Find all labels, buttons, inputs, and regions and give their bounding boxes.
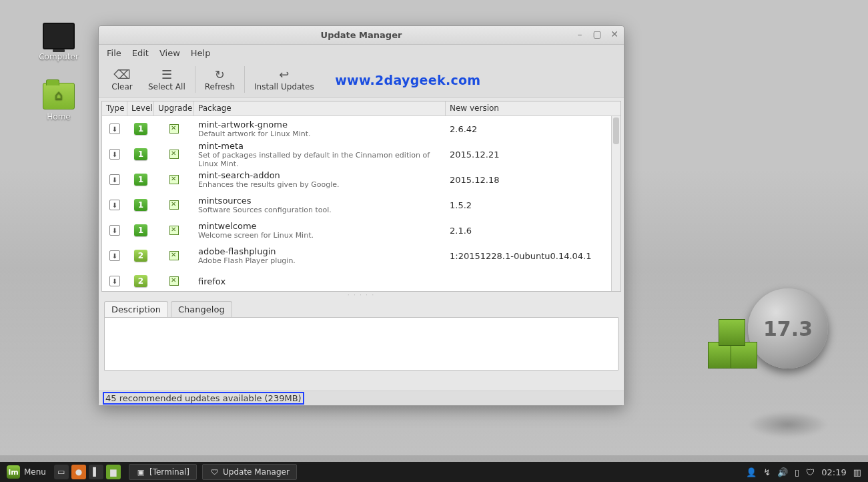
- status-text: 45 recommended updates available (239MB): [103, 392, 304, 405]
- package-type-icon: ⬇: [109, 200, 120, 210]
- description-panel: [104, 317, 618, 371]
- package-version: 2.1.6: [450, 226, 616, 236]
- taskbar-item-update-manager[interactable]: 🛡 Update Manager: [202, 464, 297, 480]
- level-badge: 1: [134, 148, 147, 160]
- files-launcher[interactable]: ▆: [106, 465, 121, 479]
- upgrade-checkbox[interactable]: [169, 276, 179, 286]
- package-version: 1.5.2: [450, 200, 616, 210]
- package-version: 2.6.42: [450, 124, 616, 134]
- scrollbar[interactable]: [611, 116, 620, 291]
- window-title: Update Manager: [321, 30, 402, 40]
- watermark-text: www.2daygeek.com: [335, 73, 480, 87]
- menubar: File Edit View Help: [99, 45, 624, 61]
- table-row[interactable]: ⬇1mint-metaSet of packages installed by …: [102, 142, 620, 167]
- table-row[interactable]: ⬇1mint-artwork-gnomeDefault artwork for …: [102, 116, 620, 142]
- minimize-button[interactable]: –: [574, 29, 585, 39]
- menu-edit[interactable]: Edit: [128, 47, 153, 59]
- col-level[interactable]: Level: [127, 101, 154, 115]
- package-name: mint-meta: [198, 141, 442, 151]
- package-type-icon: ⬇: [109, 124, 120, 134]
- level-badge: 1: [134, 199, 147, 211]
- col-upgrade[interactable]: Upgrade: [154, 101, 194, 115]
- menu-help[interactable]: Help: [187, 47, 215, 59]
- upgrade-checkbox[interactable]: [169, 200, 179, 210]
- package-name: adobe-flashplugin: [198, 246, 442, 256]
- upgrade-checkbox[interactable]: [169, 226, 179, 235]
- desktop-icon-computer[interactable]: Computer: [32, 23, 85, 61]
- table-row[interactable]: ⬇1mintwelcomeWelcome screen for Linux Mi…: [102, 218, 620, 243]
- package-name: mintwelcome: [198, 221, 442, 231]
- refresh-icon: ↻: [215, 67, 225, 82]
- maximize-button[interactable]: ▢: [592, 29, 602, 39]
- package-type-icon: ⬇: [109, 225, 120, 236]
- user-icon[interactable]: 👤: [746, 467, 757, 477]
- table-row[interactable]: ⬇2firefox: [102, 268, 620, 291]
- package-desc: Set of packages installed by default in …: [198, 151, 442, 168]
- titlebar[interactable]: Update Manager – ▢ ✕: [99, 26, 624, 45]
- scrollbar-thumb[interactable]: [613, 117, 619, 144]
- package-desc: Enhances the results given by Google.: [198, 180, 442, 189]
- toolbar: ⌫ Clear ☰ Select All ↻ Refresh ↩ Install…: [99, 61, 624, 98]
- clock[interactable]: 02:19: [821, 467, 846, 477]
- refresh-button[interactable]: ↻ Refresh: [198, 66, 242, 93]
- package-version: 2015.12.18: [450, 175, 616, 185]
- col-package[interactable]: Package: [194, 101, 446, 115]
- upgrade-checkbox[interactable]: [169, 150, 179, 159]
- terminal-icon: ▣: [136, 467, 145, 477]
- package-desc: Adobe Flash Player plugin.: [198, 256, 442, 265]
- terminal-launcher[interactable]: ▌: [89, 465, 103, 479]
- home-folder-icon: [43, 83, 75, 109]
- statusbar: 45 recommended updates available (239MB): [99, 391, 624, 405]
- tab-changelog[interactable]: Changelog: [171, 301, 232, 317]
- notifications-icon[interactable]: ▥: [853, 467, 861, 477]
- desktop-icon-label: Computer: [32, 52, 85, 61]
- desktop-icon-home[interactable]: Home: [32, 83, 85, 122]
- mint-logo-icon: lm: [7, 465, 20, 479]
- desktop-icon-label: Home: [32, 112, 85, 122]
- package-version: 2015.12.21: [450, 150, 616, 160]
- level-badge: 1: [134, 174, 147, 186]
- taskbar: lm Menu ▭ ● ▌ ▆ ▣ [Terminal] 🛡 Update Ma…: [0, 462, 868, 482]
- menu-view[interactable]: View: [155, 47, 184, 59]
- computer-icon: [43, 23, 75, 49]
- start-menu-button[interactable]: lm Menu: [0, 462, 53, 482]
- install-icon: ↩: [279, 67, 289, 82]
- package-type-icon: ⬇: [109, 174, 120, 185]
- update-manager-window: Update Manager – ▢ ✕ File Edit View Help…: [98, 25, 624, 406]
- select-all-button[interactable]: ☰ Select All: [141, 66, 192, 93]
- package-desc: Welcome screen for Linux Mint.: [198, 231, 442, 240]
- table-row[interactable]: ⬇1mintsourcesSoftware Sources configurat…: [102, 192, 620, 218]
- upgrade-checkbox[interactable]: [169, 175, 179, 184]
- table-row[interactable]: ⬇2adobe-flashpluginAdobe Flash Player pl…: [102, 243, 620, 268]
- nm-icon[interactable]: ↯: [763, 467, 771, 477]
- package-type-icon: ⬇: [109, 250, 120, 261]
- col-new-version[interactable]: New version: [446, 101, 620, 115]
- package-desc: Software Sources configuration tool.: [198, 206, 442, 214]
- package-desc: Default artwork for Linux Mint.: [198, 130, 442, 138]
- install-updates-button[interactable]: ↩ Install Updates: [248, 66, 321, 93]
- taskbar-item-terminal[interactable]: ▣ [Terminal]: [129, 464, 197, 480]
- volume-icon[interactable]: 🔊: [777, 467, 788, 477]
- package-name: firefox: [198, 276, 442, 286]
- clear-icon: ⌫: [113, 67, 130, 82]
- wallpaper-decoration: 17.3: [708, 288, 828, 369]
- table-row[interactable]: ⬇1mint-search-addonEnhances the results …: [102, 167, 620, 192]
- col-type[interactable]: Type: [102, 101, 127, 115]
- pane-splitter[interactable]: · · · · ·: [101, 292, 621, 298]
- battery-icon[interactable]: ▯: [795, 467, 799, 477]
- menu-file[interactable]: File: [103, 47, 125, 59]
- update-shield-icon[interactable]: 🛡: [806, 467, 815, 477]
- upgrade-checkbox[interactable]: [169, 251, 179, 260]
- tab-description[interactable]: Description: [104, 301, 168, 317]
- system-tray: 👤 ↯ 🔊 ▯ 🛡 02:19 ▥: [739, 467, 868, 477]
- level-badge: 1: [134, 123, 147, 135]
- upgrade-checkbox[interactable]: [169, 124, 179, 134]
- package-type-icon: ⬇: [109, 149, 120, 160]
- updates-list: Type Level Upgrade Package New version ⬇…: [101, 101, 621, 292]
- package-name: mint-search-addon: [198, 170, 442, 180]
- firefox-launcher[interactable]: ●: [71, 465, 86, 479]
- select-all-icon: ☰: [161, 67, 172, 82]
- close-button[interactable]: ✕: [609, 29, 620, 39]
- clear-button[interactable]: ⌫ Clear: [103, 66, 141, 93]
- show-desktop-button[interactable]: ▭: [54, 465, 69, 479]
